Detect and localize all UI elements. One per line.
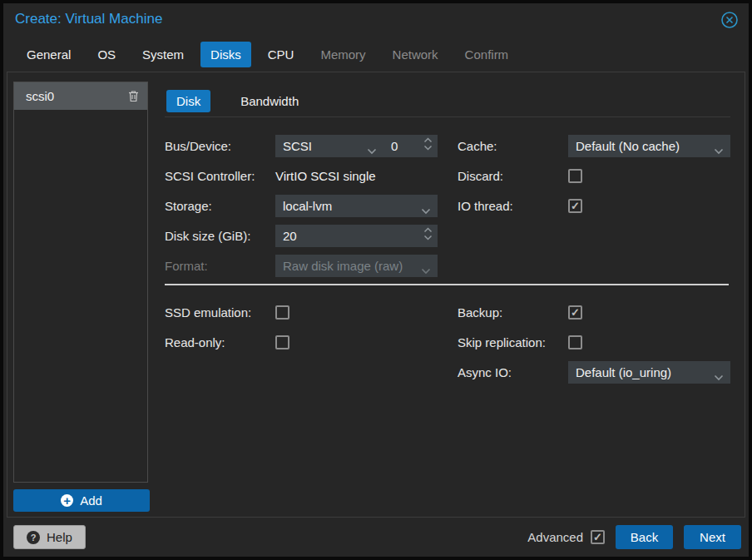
help-button-label: Help: [47, 530, 72, 544]
async-io-row: Async IO: Default (io_uring): [458, 357, 732, 387]
back-button[interactable]: Back: [616, 525, 673, 549]
skip-replication-row: Skip replication:: [458, 327, 732, 357]
dialog-footer: ? Help Advanced Back Next: [3, 518, 749, 557]
io-thread-checkbox[interactable]: [568, 199, 582, 213]
tab-os[interactable]: OS: [87, 42, 126, 67]
async-io-value: Default (io_uring): [576, 365, 671, 379]
disk-item-label: scsi0: [26, 89, 54, 103]
backup-row: Backup:: [458, 297, 732, 327]
backup-label: Backup:: [458, 305, 568, 320]
create-vm-dialog: Create: Virtual Machine General OS Syste…: [3, 3, 749, 557]
tab-confirm: Confirm: [455, 42, 519, 67]
spinner-arrows-icon[interactable]: [423, 227, 433, 240]
format-label: Format:: [165, 259, 275, 273]
subtab-separator: [165, 116, 730, 117]
discard-row: Discard:: [458, 161, 732, 191]
storage-row: Storage: local-lvm: [165, 191, 443, 221]
wizard-tabs: General OS System Disks CPU Memory Netwo…: [17, 42, 518, 67]
cache-value: Default (No cache): [576, 139, 680, 153]
disk-size-row: Disk size (GiB):: [165, 221, 443, 250]
form-column-left-lower: SSD emulation: Read-only:: [165, 297, 443, 357]
tab-network: Network: [383, 42, 448, 67]
chevron-down-icon: [421, 263, 431, 277]
discard-checkbox[interactable]: [568, 169, 582, 183]
add-disk-button[interactable]: + Add: [13, 489, 150, 512]
bus-device-label: Bus/Device:: [165, 139, 275, 153]
scsi-controller-label: SCSI Controller:: [165, 169, 275, 183]
chevron-down-icon: [714, 143, 724, 157]
scsi-controller-row: SCSI Controller: VirtIO SCSI single: [165, 161, 443, 191]
spinner-arrows-icon[interactable]: [423, 137, 433, 151]
read-only-checkbox[interactable]: [275, 335, 289, 349]
disk-form: Disk Bandwidth Bus/Device: SCSI: [165, 81, 730, 508]
bus-device-combo[interactable]: SCSI: [275, 135, 383, 157]
chevron-down-icon: [421, 203, 431, 217]
io-thread-row: IO thread:: [458, 191, 732, 221]
format-value: Raw disk image (raw): [283, 259, 403, 273]
storage-value: local-lvm: [283, 199, 332, 213]
skip-replication-label: Skip replication:: [458, 335, 568, 349]
close-icon[interactable]: [720, 11, 739, 29]
disk-subtabs: Disk Bandwidth: [166, 90, 309, 112]
scsi-controller-value: VirtIO SCSI single: [275, 169, 376, 183]
tab-system[interactable]: System: [132, 42, 194, 67]
subtab-bandwidth[interactable]: Bandwidth: [230, 90, 309, 112]
form-column-right-lower: Backup: Skip replication: Async IO: Defa…: [458, 297, 732, 387]
bus-device-row: Bus/Device: SCSI: [165, 131, 443, 161]
form-column-right: Cache: Default (No cache) Discard: IO th…: [458, 131, 732, 221]
format-combo-disabled: Raw disk image (raw): [275, 255, 438, 277]
cache-combo[interactable]: Default (No cache): [568, 135, 730, 157]
advanced-label: Advanced: [527, 530, 583, 544]
tab-disks[interactable]: Disks: [200, 42, 251, 67]
disk-list-item-scsi0[interactable]: scsi0: [14, 82, 147, 110]
ssd-emulation-label: SSD emulation:: [165, 305, 275, 320]
tab-cpu[interactable]: CPU: [258, 42, 304, 67]
add-button-label: Add: [80, 493, 102, 508]
disk-size-stepper[interactable]: [275, 225, 438, 247]
storage-label: Storage:: [165, 199, 275, 213]
disks-tab-panel: scsi0 + Add Disk Bandwidth: [7, 72, 745, 518]
plus-circle-icon: +: [61, 494, 73, 507]
disk-size-input[interactable]: [275, 225, 438, 247]
chevron-down-icon: [714, 369, 724, 384]
bus-device-value: SCSI: [283, 139, 312, 153]
read-only-label: Read-only:: [165, 335, 275, 349]
cache-row: Cache: Default (No cache): [458, 131, 732, 161]
advanced-toggle-group: Advanced: [527, 530, 605, 544]
cache-label: Cache:: [458, 139, 568, 153]
form-column-left: Bus/Device: SCSI: [165, 131, 443, 280]
next-button[interactable]: Next: [684, 525, 741, 549]
disk-list: scsi0: [13, 82, 148, 483]
help-button[interactable]: ? Help: [13, 525, 86, 549]
section-separator: [165, 284, 729, 285]
ssd-emulation-row: SSD emulation:: [165, 297, 443, 327]
format-row: Format: Raw disk image (raw): [165, 250, 443, 280]
discard-label: Discard:: [458, 169, 568, 183]
question-circle-icon: ?: [27, 531, 40, 544]
trash-icon[interactable]: [128, 90, 139, 102]
dialog-title: Create: Virtual Machine: [15, 11, 162, 27]
storage-combo[interactable]: local-lvm: [275, 195, 438, 217]
io-thread-label: IO thread:: [458, 199, 568, 213]
async-io-label: Async IO:: [458, 365, 568, 379]
read-only-row: Read-only:: [165, 327, 443, 357]
advanced-checkbox[interactable]: [591, 530, 605, 544]
async-io-combo[interactable]: Default (io_uring): [568, 361, 730, 384]
skip-replication-checkbox[interactable]: [568, 335, 582, 349]
chevron-down-icon: [367, 143, 377, 157]
subtab-disk[interactable]: Disk: [166, 90, 210, 112]
tab-general[interactable]: General: [17, 42, 81, 67]
backup-checkbox[interactable]: [568, 305, 582, 320]
disk-size-label: Disk size (GiB):: [165, 229, 275, 243]
tab-memory: Memory: [310, 42, 375, 67]
ssd-emulation-checkbox[interactable]: [275, 305, 289, 320]
bus-device-number-stepper[interactable]: [383, 135, 438, 157]
